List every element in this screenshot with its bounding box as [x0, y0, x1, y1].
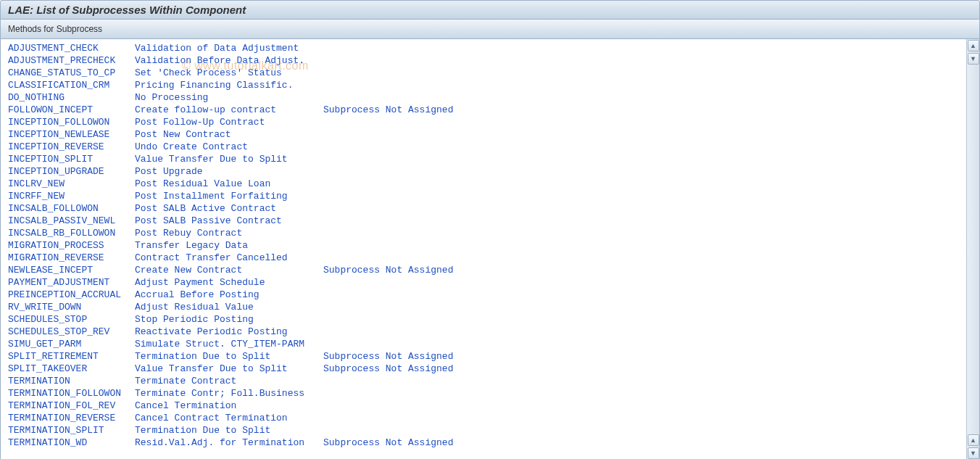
window-title: LAE: List of Subprocesses Within Compone…	[8, 4, 246, 16]
list-row[interactable]: INCEPTION_SPLITValue Transfer Due to Spl…	[8, 153, 963, 165]
subprocess-code: SCHEDULES_STOP	[8, 313, 135, 326]
subprocess-code: SPLIT_RETIREMENT	[8, 350, 135, 363]
subprocess-code: MIGRATION_REVERSE	[8, 252, 135, 264]
list-row[interactable]: MIGRATION_PROCESSTransfer Legacy Data	[8, 239, 963, 252]
subprocess-description: Post Rebuy Contract	[135, 227, 323, 239]
list-row[interactable]: INCEPTION_REVERSEUndo Create Contract	[8, 141, 963, 153]
list-row[interactable]: CLASSIFICATION_CRMPricing Financing Clas…	[8, 79, 963, 91]
list-row[interactable]: INCEPTION_FOLLOWONPost Follow-Up Contrac…	[8, 116, 963, 128]
subprocess-code: MIGRATION_PROCESS	[8, 239, 135, 252]
subprocess-description: Adjust Payment Schedule	[135, 276, 323, 289]
subprocess-description: Termination Due to Split	[135, 424, 323, 437]
scroll-down-button-bottom[interactable]: ▼	[968, 447, 979, 459]
list-row[interactable]: SIMU_GET_PARMSimulate Struct. CTY_ITEM-P…	[8, 338, 963, 350]
list-row[interactable]: SCHEDULES_STOP_REVReactivate Periodic Po…	[8, 326, 963, 338]
subprocess-description: Stop Periodic Posting	[135, 313, 323, 326]
subprocess-status: Subprocess Not Assigned	[323, 350, 453, 363]
subprocess-code: INCRFF_NEW	[8, 190, 135, 202]
subprocess-code: SPLIT_TAKEOVER	[8, 363, 135, 375]
subprocess-code: TERMINATION_SPLIT	[8, 424, 135, 437]
subprocess-description: Accrual Before Posting	[135, 289, 323, 301]
subprocess-code: ADJUSTMENT_PRECHECK	[8, 54, 135, 67]
list-row[interactable]: TERMINATION_WDResid.Val.Adj. for Termina…	[8, 437, 963, 449]
subprocess-description: Post Follow-Up Contract	[135, 116, 323, 128]
list-row[interactable]: PAYMENT_ADJUSTMENTAdjust Payment Schedul…	[8, 276, 963, 289]
subprocess-description: Terminate Contract	[135, 375, 323, 387]
list-row[interactable]: ADJUSTMENT_PRECHECKValidation Before Dat…	[8, 54, 963, 67]
list-row[interactable]: INCEPTION_UPGRADEPost Upgrade	[8, 165, 963, 178]
window-title-bar: LAE: List of Subprocesses Within Compone…	[0, 0, 980, 20]
list-row[interactable]: RV_WRITE_DOWNAdjust Residual Value	[8, 301, 963, 313]
subprocess-code: ADJUSTMENT_CHECK	[8, 42, 135, 54]
list-row[interactable]: SPLIT_RETIREMENTTermination Due to Split…	[8, 350, 963, 363]
subprocess-code: INCSALB_RB_FOLLOWON	[8, 227, 135, 239]
subprocess-code: INCEPTION_NEWLEASE	[8, 128, 135, 141]
subprocess-code: CHANGE_STATUS_TO_CP	[8, 67, 135, 79]
subprocess-description: Value Transfer Due to Split	[135, 153, 323, 165]
list-row[interactable]: INCSALB_RB_FOLLOWONPost Rebuy Contract	[8, 227, 963, 239]
subprocess-description: Post Upgrade	[135, 165, 323, 178]
subprocess-description: Post New Contract	[135, 128, 323, 141]
methods-for-subprocess-button[interactable]: Methods for Subprocess	[8, 24, 102, 34]
subprocess-description: Create follow-up contract	[135, 104, 323, 116]
subprocess-code: INCEPTION_FOLLOWON	[8, 116, 135, 128]
subprocess-description: Post SALB Passive Contract	[135, 215, 323, 227]
subprocess-status: Subprocess Not Assigned	[323, 437, 453, 449]
scroll-up-button[interactable]: ▲	[968, 40, 979, 51]
list-row[interactable]: SCHEDULES_STOPStop Periodic Posting	[8, 313, 963, 326]
list-row[interactable]: TERMINATION_FOLLOWONTerminate Contr; Fol…	[8, 387, 963, 400]
list-row[interactable]: INCSALB_PASSIV_NEWLPost SALB Passive Con…	[8, 215, 963, 227]
subprocess-description: Post Installment Forfaiting	[135, 190, 323, 202]
subprocess-code: PREINCEPTION_ACCRUAL	[8, 289, 135, 301]
subprocess-code: SIMU_GET_PARM	[8, 338, 135, 350]
list-row[interactable]: SPLIT_TAKEOVERValue Transfer Due to Spli…	[8, 363, 963, 375]
subprocess-description: Transfer Legacy Data	[135, 239, 323, 252]
subprocess-description: Terminate Contr; Foll.Business	[135, 387, 323, 400]
list-row[interactable]: DO_NOTHINGNo Processing	[8, 91, 963, 104]
list-row[interactable]: PREINCEPTION_ACCRUALAccrual Before Posti…	[8, 289, 963, 301]
list-row[interactable]: FOLLOWON_INCEPTCreate follow-up contract…	[8, 104, 963, 116]
subprocess-description: Simulate Struct. CTY_ITEM-PARM	[135, 338, 323, 350]
list-row[interactable]: ADJUSTMENT_CHECKValidation of Data Adjus…	[8, 42, 963, 54]
subprocess-code: TERMINATION_FOL_REV	[8, 400, 135, 412]
subprocess-code: CLASSIFICATION_CRM	[8, 79, 135, 91]
subprocess-status: Subprocess Not Assigned	[323, 264, 453, 276]
list-row[interactable]: TERMINATION_REVERSECancel Contract Termi…	[8, 412, 963, 424]
list-row[interactable]: TERMINATION_SPLITTermination Due to Spli…	[8, 424, 963, 437]
list-row[interactable]: INCLRV_NEWPost Residual Value Loan	[8, 178, 963, 190]
subprocess-code: INCLRV_NEW	[8, 178, 135, 190]
scroll-up-button-bottom[interactable]: ▲	[968, 434, 979, 446]
scroll-down-button[interactable]: ▼	[968, 53, 979, 65]
subprocess-description: Set 'Check Process' Status	[135, 67, 323, 79]
subprocess-status: Subprocess Not Assigned	[323, 363, 453, 375]
subprocess-description: Termination Due to Split	[135, 350, 323, 363]
subprocess-code: RV_WRITE_DOWN	[8, 301, 135, 313]
list-row[interactable]: CHANGE_STATUS_TO_CPSet 'Check Process' S…	[8, 67, 963, 79]
subprocess-code: INCEPTION_REVERSE	[8, 141, 135, 153]
list-row[interactable]: INCRFF_NEWPost Installment Forfaiting	[8, 190, 963, 202]
list-row[interactable]: TERMINATIONTerminate Contract	[8, 375, 963, 387]
list-row[interactable]: NEWLEASE_INCEPTCreate New ContractSubpro…	[8, 264, 963, 276]
subprocess-list: ADJUSTMENT_CHECKValidation of Data Adjus…	[1, 39, 966, 459]
subprocess-description: Reactivate Periodic Posting	[135, 326, 323, 338]
chevron-down-icon: ▼	[970, 450, 976, 457]
subprocess-code: TERMINATION	[8, 375, 135, 387]
subprocess-code: INCEPTION_SPLIT	[8, 153, 135, 165]
content-wrapper: © www.tutorialkart.com ADJUSTMENT_CHECKV…	[0, 39, 980, 459]
subprocess-code: INCSALB_PASSIV_NEWL	[8, 215, 135, 227]
list-row[interactable]: TERMINATION_FOL_REVCancel Termination	[8, 400, 963, 412]
list-row[interactable]: INCSALB_FOLLOWONPost SALB Active Contrac…	[8, 202, 963, 215]
subprocess-description: Validation Before Data Adjust.	[135, 54, 323, 67]
subprocess-code: INCEPTION_UPGRADE	[8, 165, 135, 178]
subprocess-description: Resid.Val.Adj. for Termination	[135, 437, 323, 449]
vertical-scrollbar[interactable]: ▲ ▼ ▲ ▼	[966, 39, 979, 459]
subprocess-description: Contract Transfer Cancelled	[135, 252, 323, 264]
subprocess-description: Pricing Financing Classific.	[135, 79, 323, 91]
subprocess-description: Cancel Contract Termination	[135, 412, 323, 424]
subprocess-description: Validation of Data Adjustment	[135, 42, 323, 54]
subprocess-code: TERMINATION_WD	[8, 437, 135, 449]
subprocess-description: Value Transfer Due to Split	[135, 363, 323, 375]
list-row[interactable]: MIGRATION_REVERSEContract Transfer Cance…	[8, 252, 963, 264]
list-row[interactable]: INCEPTION_NEWLEASEPost New Contract	[8, 128, 963, 141]
chevron-up-icon: ▲	[970, 42, 976, 49]
